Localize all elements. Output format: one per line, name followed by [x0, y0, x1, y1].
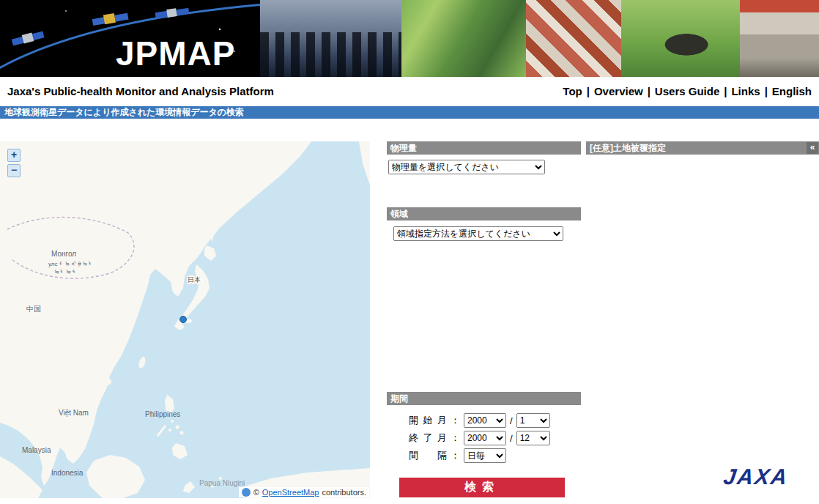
nav-separator: |	[587, 85, 590, 97]
zoom-in-button[interactable]: +	[7, 149, 21, 162]
attribution-copyright: ©	[253, 488, 259, 497]
banner-photo-city-dusk	[260, 0, 401, 77]
nav-separator: |	[648, 85, 651, 97]
end-month-row: 終了月 ： 2000 / 12	[409, 431, 550, 445]
map-attribution: © OpenStreetMap contributors.	[239, 487, 369, 497]
end-month-select[interactable]: 12	[516, 431, 550, 445]
start-year-select[interactable]: 2000	[464, 413, 506, 428]
map-label-indonesia: Indonesia	[51, 469, 84, 477]
map-svg[interactable]: Монгол улс ᠮᠣᠩᠭᠣᠯ ᠤᠯᠤᠰ 中国 日本 Việt Nam Ph…	[0, 141, 370, 498]
map-label-china: 中国	[26, 305, 41, 313]
region-header: 領域	[387, 207, 581, 220]
nav-link-links[interactable]: Links	[731, 85, 760, 97]
map-label-philippines: Philippines	[145, 410, 180, 418]
map-land-island	[176, 426, 179, 429]
nav-link-overview[interactable]: Overview	[594, 85, 643, 97]
region-method-select[interactable]: 領域指定方法を選択してください	[393, 226, 563, 241]
attribution-suffix: contributors.	[322, 488, 366, 497]
physical-quantity-select[interactable]: 物理量を選択してください	[388, 160, 545, 174]
attribution-osm-link[interactable]: OpenStreetMap	[262, 488, 319, 497]
map-land-island	[168, 429, 171, 431]
map-land-kyushu	[177, 324, 184, 330]
interval-row: 間隔 ： 日毎	[409, 448, 506, 463]
banner-photo-algae-water	[401, 0, 526, 77]
nav-link-top[interactable]: Top	[563, 85, 582, 97]
jaxa-logo: JAXA	[722, 464, 790, 489]
satellite-icon	[11, 30, 45, 47]
end-date-separator: /	[510, 433, 513, 444]
start-month-colon: ：	[451, 414, 460, 427]
map-container[interactable]: Монгол улс ᠮᠣᠩᠭᠣᠯ ᠤᠯᠤᠰ 中国 日本 Việt Nam Ph…	[0, 141, 370, 498]
end-month-label: 終了月	[409, 431, 447, 445]
map-label-mongolia-3: ᠤᠯᠤᠰ	[54, 269, 78, 275]
top-nav: Top|Overview|Users Guide|Links|English	[563, 85, 812, 97]
map-label-papua: Papua Niugini	[199, 479, 245, 487]
jpmap-logo: JPMAP	[116, 34, 235, 73]
physical-quantity-header: 物理量	[387, 141, 581, 155]
map-label-mongolia: Монгол	[51, 250, 76, 258]
banner-satellite-panel: JPMAP	[0, 0, 260, 77]
map-land-hainan	[103, 378, 111, 385]
land-cover-header: [任意]土地被覆指定 «	[586, 141, 819, 155]
satellite-icon	[155, 7, 189, 19]
nav-link-english[interactable]: English	[772, 85, 812, 97]
interval-select[interactable]: 日毎	[464, 448, 506, 463]
map-marker[interactable]	[180, 316, 187, 323]
subtitle-bar: Jaxa's Public-health Monitor and Analysi…	[0, 77, 819, 105]
start-month-label: 開始月	[409, 414, 447, 427]
banner-photo-buffalo-field	[621, 0, 740, 77]
nav-separator: |	[765, 85, 768, 97]
map-land-island	[180, 431, 184, 435]
attribution-icon[interactable]	[242, 488, 251, 497]
start-date-separator: /	[510, 415, 513, 426]
banner-photo-street	[740, 0, 819, 77]
map-land-island	[171, 420, 174, 423]
map-zoom-control: + −	[7, 149, 21, 179]
top-banner: JPMAP	[0, 0, 819, 77]
zoom-out-button[interactable]: −	[7, 164, 21, 177]
banner-photo-rooftops	[526, 0, 621, 77]
land-cover-title: [任意]土地被覆指定	[590, 141, 666, 155]
map-label-mongolia-2: улс ᠮᠣᠩᠭᠣᠯ	[48, 261, 94, 267]
search-button[interactable]: 検索	[399, 478, 565, 497]
nav-separator: |	[724, 85, 727, 97]
period-header: 期間	[387, 392, 581, 405]
start-month-select[interactable]: 1	[516, 413, 550, 428]
site-subtitle: Jaxa's Public-health Monitor and Analysi…	[7, 85, 274, 97]
map-label-japan: 日本	[188, 276, 201, 284]
interval-label: 間隔	[409, 449, 447, 462]
page-title-bar: 地球観測衛星データにより作成された環境情報データの検索	[0, 106, 819, 119]
map-label-malaysia: Malaysia	[22, 446, 51, 454]
start-month-row: 開始月 ： 2000 / 1	[409, 413, 550, 428]
end-month-colon: ：	[451, 431, 460, 445]
map-label-vietnam: Việt Nam	[59, 409, 89, 417]
collapse-panel-button[interactable]: «	[807, 142, 818, 154]
interval-colon: ：	[451, 449, 460, 462]
end-year-select[interactable]: 2000	[464, 431, 506, 445]
nav-link-users-guide[interactable]: Users Guide	[655, 85, 719, 97]
